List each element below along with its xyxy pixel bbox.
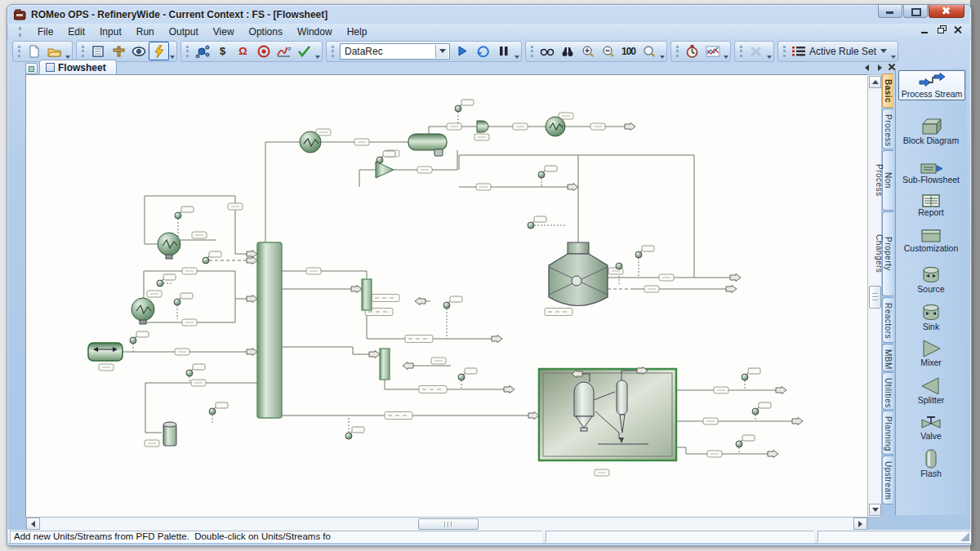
rerun-button[interactable] xyxy=(473,42,493,60)
tab-list-button[interactable] xyxy=(25,63,38,74)
menu-edit[interactable]: Edit xyxy=(60,24,92,39)
timer-button[interactable] xyxy=(682,42,702,60)
menu-output[interactable]: Output xyxy=(162,24,206,39)
omega-button[interactable]: Ω xyxy=(233,42,253,60)
economics-button[interactable]: $ xyxy=(212,42,233,60)
vertical-scroll-thumb[interactable] xyxy=(869,286,881,309)
palette-item-splitter[interactable]: Splitter xyxy=(898,375,964,406)
delete-button[interactable] xyxy=(746,42,766,60)
vertical-scrollbar[interactable] xyxy=(867,74,882,518)
tab-prev-button[interactable] xyxy=(863,63,871,71)
scroll-left-button[interactable] xyxy=(26,518,40,530)
scroll-up-button[interactable] xyxy=(869,76,881,88)
open-button[interactable] xyxy=(44,42,65,60)
zoom-window-button[interactable] xyxy=(639,42,659,60)
menu-run[interactable]: Run xyxy=(129,24,162,39)
palette-item-flash[interactable]: Flash xyxy=(898,447,964,479)
preview-button[interactable] xyxy=(537,42,557,60)
furnace-1[interactable] xyxy=(158,233,180,259)
scroll-down-button[interactable] xyxy=(869,504,881,516)
main-column[interactable] xyxy=(257,242,282,418)
horizontal-scroll-thumb[interactable] xyxy=(418,518,479,530)
palette-item-customization[interactable]: Customization xyxy=(898,227,964,254)
menu-file[interactable]: File xyxy=(30,24,60,39)
valve-icon xyxy=(917,414,945,432)
palette-item-block-diagram[interactable]: Block Diagram xyxy=(898,116,964,146)
zoom-100-button[interactable]: 100 xyxy=(618,42,639,60)
scroll-right-button[interactable] xyxy=(853,518,867,530)
palette-tab-property-changers[interactable]: Property Changers xyxy=(882,211,893,296)
bottoms-vessel[interactable] xyxy=(163,422,176,446)
compressor-unit[interactable] xyxy=(300,131,321,153)
title-bar[interactable]: ROMeo OPS - RefineryWide - Current Conte… xyxy=(7,5,971,24)
palette-tab-utilities[interactable]: Utilities xyxy=(882,372,893,410)
validate-button[interactable] xyxy=(294,42,314,60)
sigma-chart-button[interactable]: σ xyxy=(274,42,294,60)
palette-tab-non-process[interactable]: Non Process xyxy=(882,150,893,211)
menu-input[interactable]: Input xyxy=(92,24,129,39)
menu-window[interactable]: Window xyxy=(290,24,340,39)
palette-item-process-stream[interactable]: Process Stream xyxy=(898,70,965,100)
mdi-restore-icon[interactable] xyxy=(937,25,947,34)
molecule-button[interactable] xyxy=(192,42,212,60)
close-button[interactable] xyxy=(929,5,964,18)
overhead-drum[interactable] xyxy=(408,134,447,156)
palette-item-label: Process Stream xyxy=(899,90,964,100)
new-button[interactable] xyxy=(24,42,44,60)
palette-tab-reactors[interactable]: Reactors xyxy=(882,297,893,343)
menu-options[interactable]: Options xyxy=(242,24,290,39)
pause-button[interactable] xyxy=(493,42,514,60)
menu-help[interactable]: Help xyxy=(340,24,375,39)
combo-dropdown-icon[interactable] xyxy=(435,45,448,58)
resize-grip[interactable] xyxy=(960,531,969,541)
pause-icon xyxy=(499,46,509,56)
palette-item-sink[interactable]: Sink xyxy=(898,302,964,332)
toolbar-group-solve: $ Ω σ xyxy=(180,41,323,62)
run-mode-button[interactable] xyxy=(149,42,169,60)
trend-button[interactable] xyxy=(702,42,723,60)
mixer-unit[interactable] xyxy=(376,162,394,178)
exchanger-unit[interactable] xyxy=(546,117,565,136)
palette-tab-upstream[interactable]: Upstream xyxy=(882,455,893,504)
palette-item-mixer[interactable]: Mixer xyxy=(898,338,964,368)
horizontal-scrollbar[interactable] xyxy=(25,517,868,531)
tab-flowsheet[interactable]: Flowsheet xyxy=(39,60,117,74)
reactor-vessel[interactable] xyxy=(549,242,608,306)
watch-button[interactable] xyxy=(128,42,149,60)
find-button[interactable] xyxy=(557,42,577,60)
side-stripper-2[interactable] xyxy=(380,349,390,380)
furnace-2[interactable] xyxy=(131,298,154,324)
palette-tab-mbm[interactable]: MBM xyxy=(882,344,893,371)
palette-tab-process[interactable]: Process xyxy=(882,109,893,149)
palette-item-report[interactable]: Report xyxy=(898,193,964,218)
palette-tab-basic[interactable]: Basic xyxy=(882,73,893,108)
palette-item-sub-flowsheet[interactable]: Sub-Flowsheet xyxy=(898,160,964,185)
menu-view[interactable]: View xyxy=(206,24,242,39)
palette-tab-planning[interactable]: Planning xyxy=(882,411,893,455)
mdi-minimize-icon[interactable] xyxy=(920,25,930,34)
mdi-close-icon[interactable] xyxy=(953,25,963,34)
app-window: ROMeo OPS - RefineryWide - Current Conte… xyxy=(7,4,972,546)
palette-item-valve[interactable]: Valve xyxy=(898,413,964,442)
feed-source-drum[interactable] xyxy=(88,343,122,361)
valve-unit[interactable] xyxy=(477,121,488,132)
flowsheet-canvas[interactable] xyxy=(25,74,868,518)
spec-sheet-icon xyxy=(91,45,105,58)
flowsheet-diagram[interactable] xyxy=(26,75,867,517)
spec-sheet-button[interactable] xyxy=(87,42,108,60)
zoom-in-button[interactable] xyxy=(577,42,598,60)
maximize-button[interactable] xyxy=(903,5,928,18)
active-rule-set-button[interactable]: Active Rule Set xyxy=(789,46,890,57)
minimize-button[interactable] xyxy=(878,5,902,18)
run-mode-combo[interactable]: DataRec xyxy=(340,43,450,60)
palette-item-label: Block Diagram xyxy=(898,136,964,146)
sub-flowsheet-icon xyxy=(917,161,945,176)
palette-item-source[interactable]: Source xyxy=(898,264,964,295)
zoom-out-button[interactable] xyxy=(598,42,618,60)
molecule-icon xyxy=(195,45,210,58)
side-stripper-1[interactable] xyxy=(362,279,372,310)
derrick-button[interactable] xyxy=(108,42,128,60)
sub-flowsheet-box[interactable] xyxy=(539,367,676,461)
target-button[interactable] xyxy=(253,42,274,60)
run-button[interactable] xyxy=(452,42,473,60)
